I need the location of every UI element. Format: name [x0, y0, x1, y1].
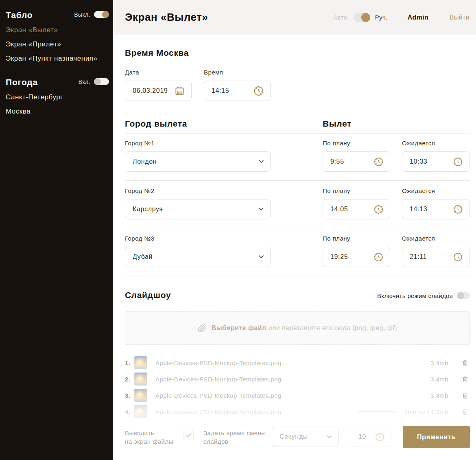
sidebar-section-title-weather: Погода — [6, 77, 38, 87]
sidebar-section-title-board: Табло — [6, 10, 33, 20]
clock-icon[interactable] — [453, 205, 463, 214]
time-input[interactable] — [212, 87, 250, 94]
toggle-knob — [94, 78, 101, 85]
file-thumbnail — [134, 405, 147, 418]
city-1-value: Лондон — [133, 158, 157, 165]
header-controls: Авто. Руч. Admin Выйти — [333, 0, 469, 35]
apply-button[interactable]: Применить — [403, 426, 470, 448]
trash-icon[interactable] — [462, 359, 470, 367]
toggle-knob — [361, 13, 370, 22]
clock-icon[interactable] — [374, 205, 383, 214]
auto-manual-toggle[interactable] — [354, 13, 370, 22]
file-name: Apple-Devices-PSD-Mockup-Templates.png — [155, 408, 282, 415]
plan-label: По плану — [323, 140, 350, 147]
expected-1-input[interactable] — [410, 158, 450, 165]
calendar-icon[interactable] — [175, 86, 185, 96]
slideshow-toggle-group: Включить режим слайдов — [377, 292, 470, 299]
date-label: Дата — [125, 69, 139, 76]
file-size: 3.4mb — [430, 376, 448, 383]
clock-icon[interactable] — [374, 157, 383, 166]
interval-value-field — [351, 427, 391, 447]
clock-icon[interactable] — [453, 157, 463, 166]
file-number: 1. — [125, 359, 134, 366]
clock-icon[interactable] — [374, 252, 383, 262]
clock-icon[interactable] — [253, 86, 264, 96]
plan-3-input[interactable] — [330, 253, 371, 261]
sidebar-item-saint-petersburg[interactable]: Санкт-Петербург — [6, 93, 63, 101]
expected-2-field — [402, 199, 469, 219]
file-row: 1. Apple-Devices-PSD-Mockup-Templates.pn… — [125, 355, 470, 371]
date-input[interactable] — [133, 87, 171, 94]
plan-1-field — [323, 151, 390, 172]
slideshow-mode-toggle[interactable] — [457, 292, 470, 299]
city-3-value: Дубай — [133, 253, 153, 261]
slideshow-toggle-label: Включить режим слайдов — [377, 292, 453, 299]
sidebar-item-departure-screen[interactable]: Экран «Вылет» — [6, 26, 58, 34]
board-toggle[interactable] — [94, 11, 109, 18]
moscow-time-title: Время Москва — [125, 48, 189, 58]
sidebar: Табло Выкл. Экран «Вылет» Экран «Прилет»… — [0, 0, 113, 460]
user-menu[interactable]: Admin — [408, 14, 428, 21]
chevron-down-icon — [259, 160, 264, 163]
upload-progress-bar — [358, 411, 397, 412]
weather-toggle-label: Вкл. — [79, 79, 90, 85]
divider — [125, 133, 470, 134]
plan-2-input[interactable] — [330, 206, 371, 213]
clock-icon[interactable] — [375, 432, 384, 442]
file-thumbnail — [134, 389, 147, 402]
show-files-checkbox[interactable] — [183, 430, 194, 440]
file-thumbnail — [134, 356, 147, 369]
page-title: Экран «Вылет» — [125, 11, 208, 24]
divider — [125, 276, 470, 276]
file-name: Apple-Devices-PSD-Mockup-Templates.png — [155, 359, 282, 366]
manual-mode-label: Руч. — [375, 14, 388, 21]
main-content: Время Москва Дата Время Город вылета Выл… — [113, 35, 476, 460]
departure-title: Вылет — [323, 119, 352, 129]
file-row: 3. Apple-Devices-PSD-Mockup-Templates.pn… — [125, 387, 470, 403]
city-2-label: Город №2 — [125, 187, 155, 194]
file-name: Apple-Devices-PSD-Mockup-Templates.png — [155, 376, 282, 383]
city-2-select[interactable]: Карслруэ — [125, 199, 271, 219]
plan-3-field — [323, 247, 390, 267]
file-row-uploading: 4. Apple-Devices-PSD-Mockup-Templates.pn… — [125, 403, 470, 420]
plan-label: По плану — [323, 235, 350, 242]
divider — [125, 228, 470, 228]
paperclip-icon — [198, 324, 207, 333]
plan-label: По плану — [323, 187, 350, 194]
clock-icon[interactable] — [453, 252, 463, 262]
slideshow-title: Слайдшоу — [125, 290, 171, 300]
expected-label: Ожидается — [402, 235, 435, 242]
file-name: Apple-Devices-PSD-Mockup-Templates.png — [155, 392, 282, 399]
divider — [125, 180, 470, 181]
trash-icon[interactable] — [462, 375, 470, 383]
interval-value-input[interactable] — [358, 433, 372, 440]
sidebar-item-destination-screen[interactable]: Экран «Пункт назначения» — [6, 55, 97, 63]
interval-unit-value: Секунды — [279, 433, 308, 440]
city-1-select[interactable]: Лондон — [125, 151, 271, 172]
file-number: 3. — [125, 392, 134, 399]
sidebar-item-arrival-screen[interactable]: Экран «Прилет» — [6, 40, 61, 48]
file-upload-dropzone[interactable]: Выбирите файл или перетащите его сюда (p… — [125, 311, 470, 345]
sidebar-item-moscow[interactable]: Москва — [6, 107, 31, 116]
file-size: 3.4mb — [430, 392, 448, 399]
expected-2-input[interactable] — [410, 206, 450, 213]
slide-interval-label: Задать время смены слайдов — [203, 429, 266, 446]
interval-unit-select[interactable]: Секунды — [272, 427, 338, 447]
logout-link[interactable]: Выйти — [450, 14, 469, 21]
file-size: 3.4mb — [430, 359, 448, 366]
trash-icon[interactable] — [462, 392, 470, 399]
city-1-label: Город №1 — [125, 140, 155, 147]
plan-1-input[interactable] — [330, 158, 371, 165]
city-3-select[interactable]: Дубай — [125, 247, 271, 267]
file-number: 2. — [125, 376, 134, 383]
weather-toggle[interactable] — [94, 78, 109, 85]
trash-icon[interactable] — [462, 408, 470, 416]
expected-3-input[interactable] — [410, 253, 450, 261]
time-field — [204, 81, 271, 101]
city-2-value: Карслруэ — [133, 206, 163, 213]
file-size: 3mb из 14.3mb — [404, 408, 448, 415]
header: Экран «Вылет» Авто. Руч. Admin Выйти — [113, 0, 476, 35]
expected-label: Ожидается — [402, 187, 435, 194]
auto-mode-label: Авто. — [333, 14, 349, 21]
date-field — [125, 81, 192, 101]
